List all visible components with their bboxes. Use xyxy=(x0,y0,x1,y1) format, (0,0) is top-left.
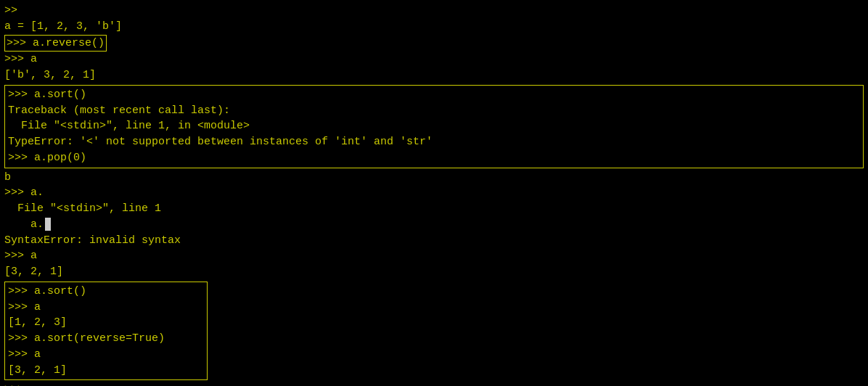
line-sort-cmd2: >>> a.sort() xyxy=(8,284,204,300)
line-a-reversed: [3, 2, 1] xyxy=(8,363,204,379)
line-a-prompt2: >>> a xyxy=(4,248,864,264)
line-traceback: Traceback (most recent call last): xyxy=(8,103,860,119)
line-sort-reverse: >>> a.sort(reverse=True) xyxy=(8,331,204,347)
cursor xyxy=(45,218,51,231)
line-pop: >>> a.pop(0) xyxy=(8,150,860,166)
line-a-value: ['b', 3, 2, 1] xyxy=(4,67,864,83)
line-a-dot: >>> a. xyxy=(4,185,864,201)
line-typeerror: TypeError: '<' not supported between ins… xyxy=(8,134,860,150)
line-file-ref2: File "<stdin>", line 1 xyxy=(4,201,864,217)
line-a-prompt4: >>> a xyxy=(8,347,204,363)
line-syntaxerror: SyntaxError: invalid syntax xyxy=(4,233,864,249)
line-a-prompt3: >>> a xyxy=(8,300,204,316)
line-file-ref: File "<stdin>", line 1, in <module> xyxy=(8,118,860,134)
line-assignment: a = [1, 2, 3, 'b'] xyxy=(4,19,864,35)
terminal: >> a = [1, 2, 3, 'b'] >>> a.reverse() >>… xyxy=(4,3,864,383)
line-a-prompt: >>> a xyxy=(4,52,864,67)
line-a-value2: [3, 2, 1] xyxy=(4,264,864,280)
error-block: >>> a.sort() Traceback (most recent call… xyxy=(4,85,864,168)
line-reverse: >>> a.reverse() xyxy=(4,35,864,52)
reverse-highlight: >>> a.reverse() xyxy=(4,35,107,52)
line-b-result: b xyxy=(4,170,864,186)
sort-block: >>> a.sort() >>> a [1, 2, 3] >>> a.sort(… xyxy=(4,282,208,381)
line-final-prompt: >>> xyxy=(4,382,864,386)
line-a-cursor: a. xyxy=(4,217,864,233)
line-a-sorted: [1, 2, 3] xyxy=(8,315,204,331)
line-sort-cmd: >>> a.sort() xyxy=(8,87,860,103)
line-arrows-top: >> xyxy=(4,3,864,19)
